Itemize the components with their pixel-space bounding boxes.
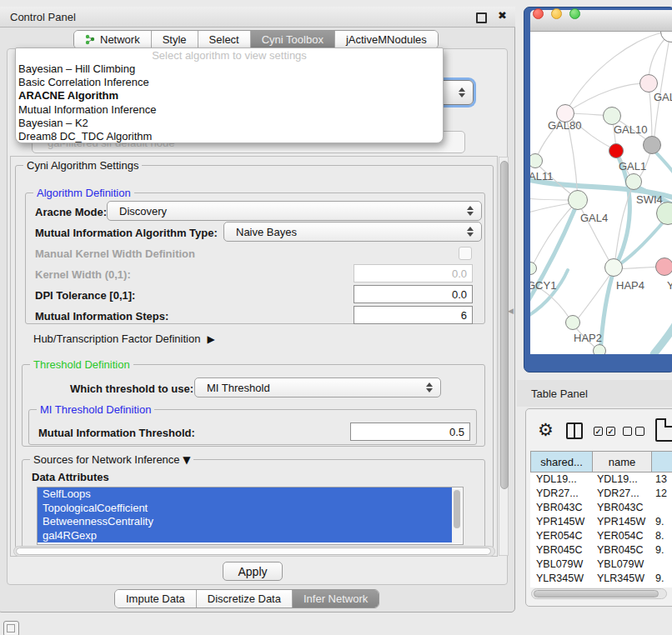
network-node-gal10[interactable]: [603, 107, 621, 125]
mac-minimize-button[interactable]: [551, 8, 562, 19]
network-node-gal11[interactable]: [530, 153, 543, 168]
table-row[interactable]: YLR345WYLR345W9.: [530, 571, 672, 585]
aracne-mode-combobox[interactable]: Discovery: [107, 201, 482, 221]
table-row[interactable]: YDL19...YDL19...13: [530, 472, 672, 487]
popup-item-bayesian-k2[interactable]: Bayesian – K2: [16, 117, 443, 130]
tab-jactivemodules[interactable]: jActiveMNodules: [335, 31, 438, 48]
table-horizontal-scrollbar[interactable]: [531, 588, 667, 599]
network-node[interactable]: [593, 344, 606, 354]
tab-jactivemodules-label: jActiveMNodules: [346, 33, 427, 46]
settings-vertical-scrollbar[interactable]: [499, 157, 509, 556]
deselect-all-icon[interactable]: [623, 427, 644, 436]
mi-algorithm-type-label: Mutual Information Algorithm Type:: [35, 227, 218, 239]
tab-infer-network[interactable]: Infer Network: [293, 590, 379, 608]
manual-kernel-width-checkbox[interactable]: [459, 247, 472, 260]
network-node-gal1[interactable]: [609, 143, 624, 158]
mac-zoom-button[interactable]: [569, 8, 580, 19]
node-label: GAL11: [530, 170, 554, 182]
attribute-item[interactable]: BetweennessCentrality: [38, 515, 452, 529]
table-row[interactable]: YER054CYER054C8.: [530, 529, 672, 543]
node-label: GCY1: [530, 279, 556, 292]
tab-discretize-data[interactable]: Discretize Data: [197, 590, 293, 608]
attributes-scrollbar-thumb[interactable]: [454, 490, 460, 528]
hub-definition-expander[interactable]: Hub/Transcription Factor Definition ▶: [33, 332, 215, 345]
apply-button[interactable]: Apply: [223, 562, 283, 581]
dpi-tolerance-field[interactable]: 0.0: [354, 285, 473, 303]
table-hscroll-thumb[interactable]: [534, 590, 659, 598]
attribute-item[interactable]: TopologicalCoefficient: [38, 502, 452, 516]
data-attributes-label: Data Attributes: [32, 471, 109, 483]
attribute-item[interactable]: gal4RGexp: [38, 529, 452, 543]
network-node-swi4[interactable]: [625, 173, 642, 190]
mi-algorithm-type-value: Naive Bayes: [236, 226, 297, 238]
popup-item-bayesian-hill-climbing[interactable]: Bayesian – Hill Climbing: [16, 62, 443, 76]
attributes-scrollbar[interactable]: [452, 488, 462, 543]
kernel-width-value: 0.0: [452, 268, 467, 280]
table-cell: YBR043C: [530, 502, 593, 513]
data-attributes-list[interactable]: SelfLoopsTopologicalCoefficientBetweenne…: [37, 487, 464, 545]
table-row[interactable]: YPR145WYPR145W9.: [530, 515, 672, 529]
table-body: YDL19...YDL19...13YDR27...YDR27...12YBR0…: [530, 472, 672, 588]
column-header-shared-name[interactable]: shared...: [530, 451, 593, 472]
data-attributes-items: SelfLoopsTopologicalCoefficientBetweenne…: [38, 488, 463, 542]
which-threshold-combobox[interactable]: MI Threshold: [194, 378, 441, 398]
popup-placeholder: Select algorithm to view settings: [16, 49, 443, 62]
popup-item-aracne[interactable]: ARACNE Algorithm: [16, 89, 443, 102]
network-node[interactable]: [660, 32, 672, 42]
popup-item-dream8[interactable]: Dream8 DC_TDC Algorithm: [16, 130, 443, 143]
network-node[interactable]: [656, 202, 672, 225]
tab-style[interactable]: Style: [152, 31, 198, 48]
table-row[interactable]: YIL052CYIL052C8.: [530, 585, 672, 588]
network-canvas[interactable]: GALGAL80GAL10GAL1SWI4GAL11GAL4GCY1HAP4YH…: [530, 32, 672, 354]
table-row[interactable]: YBR043CYBR043C: [530, 501, 672, 515]
popup-item-basic-correlation[interactable]: Basic Correlation Inference: [16, 76, 443, 89]
network-node-gal4[interactable]: [568, 190, 588, 210]
dpi-tolerance-value: 0.0: [452, 288, 467, 301]
kernel-width-field[interactable]: 0.0: [354, 264, 473, 282]
tab-network[interactable]: Network: [74, 31, 152, 48]
mi-steps-field[interactable]: 6: [354, 306, 473, 324]
expanded-arrow-icon[interactable]: ▼: [183, 454, 190, 466]
hscroll-thumb[interactable]: [16, 548, 491, 555]
column-header-cutoff[interactable]: [652, 451, 672, 472]
node-label: GAL80: [548, 119, 581, 132]
table-row[interactable]: YBR045CYBR045C9.: [530, 542, 672, 557]
table-cell: 9.: [652, 544, 672, 556]
network-node-hap2[interactable]: [565, 315, 580, 330]
table-cell: YDL19...: [530, 473, 593, 485]
new-table-icon[interactable]: [655, 418, 672, 442]
vscroll-thumb[interactable]: [500, 161, 509, 489]
network-node-gal[interactable]: [639, 74, 658, 92]
mac-close-button[interactable]: [533, 8, 544, 19]
which-threshold-label: Which threshold to use:: [70, 382, 193, 395]
table-row[interactable]: YBL079WYBL079W: [530, 557, 672, 571]
settings-horizontal-scrollbar[interactable]: [13, 546, 495, 557]
table-settings-gear-icon[interactable]: ⚙: [538, 420, 554, 440]
control-panel-titlebar: Control Panel ✖: [0, 7, 515, 28]
floating-panel-icon[interactable]: [3, 621, 19, 635]
column-header-name[interactable]: name: [593, 451, 652, 472]
mi-threshold-field[interactable]: 0.5: [350, 422, 470, 441]
popup-item-mutual-information[interactable]: Mutual Information Inference: [16, 103, 443, 117]
panel-splitter-arrow[interactable]: ◀: [508, 307, 514, 315]
network-node-hap4[interactable]: [604, 258, 623, 277]
tab-select[interactable]: Select: [198, 31, 251, 48]
column-layout-icon[interactable]: [566, 422, 583, 439]
mi-algorithm-type-combobox[interactable]: Naive Bayes: [223, 222, 482, 242]
close-panel-icon[interactable]: ✖: [498, 9, 507, 22]
table-header-row: shared... name: [530, 451, 672, 472]
network-node-gcy1[interactable]: [530, 262, 537, 275]
network-node[interactable]: [643, 136, 661, 154]
tab-cyni-toolbox[interactable]: Cyni Toolbox: [251, 31, 335, 48]
collapsed-arrow-icon[interactable]: ▶: [207, 333, 214, 345]
apply-button-label: Apply: [238, 565, 267, 578]
table-row[interactable]: YDR27...YDR27...12: [530, 487, 672, 501]
application-root: Control Panel ✖ Network Style Select Cyn…: [0, 0, 672, 635]
tab-impute-data[interactable]: Impute Data: [115, 590, 197, 608]
float-panel-icon[interactable]: [476, 12, 487, 23]
attribute-item[interactable]: SelfLoops: [38, 488, 452, 502]
select-all-icon[interactable]: ✓ ✓: [594, 427, 615, 436]
hub-definition-label: Hub/Transcription Factor Definition: [33, 332, 200, 345]
table-cell: 8.: [652, 530, 672, 542]
network-node-y[interactable]: [655, 258, 672, 276]
